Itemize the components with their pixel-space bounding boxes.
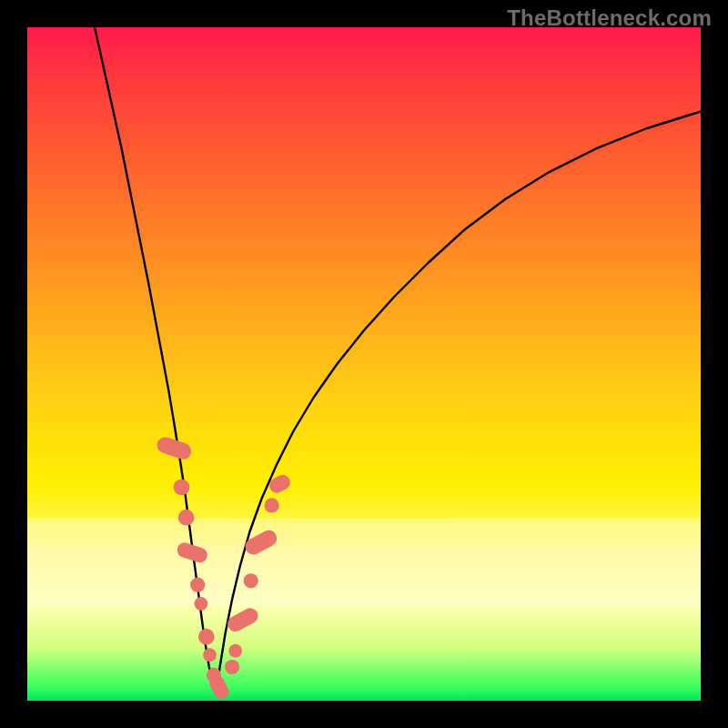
data-marker [203,648,217,662]
chart-svg [27,27,701,701]
data-marker [155,435,193,461]
data-marker [265,498,279,512]
data-marker [225,660,239,674]
curve-group [95,27,701,694]
data-marker [195,597,208,611]
data-marker [174,480,190,496]
plot-area [27,27,701,701]
chart-frame: TheBottleneck.com [0,0,728,728]
data-marker [228,644,242,658]
data-marker [242,528,279,558]
data-marker [178,510,195,526]
data-marker [190,578,205,592]
bottleneck-curve [95,27,701,694]
data-marker [198,629,215,645]
data-marker [244,573,258,588]
